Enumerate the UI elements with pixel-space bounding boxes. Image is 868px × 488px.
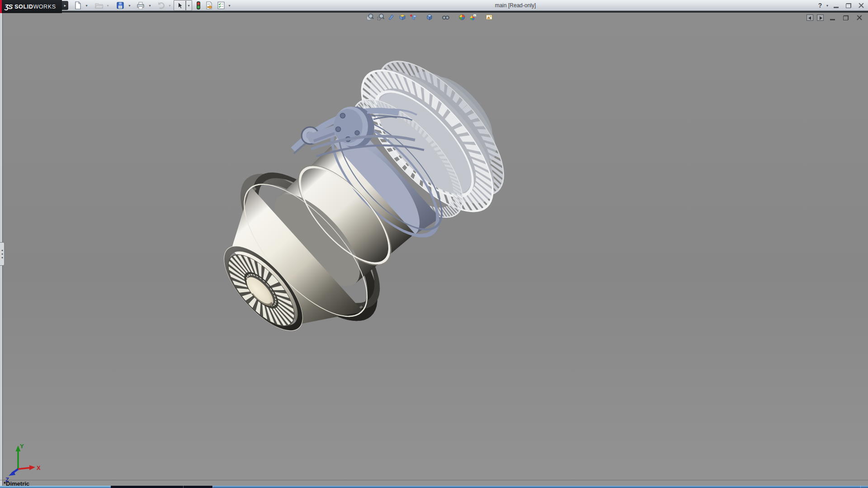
select-cursor-icon: [176, 1, 184, 9]
save-dropdown[interactable]: ▾: [127, 0, 132, 10]
print-icon: [136, 1, 145, 10]
logo-text-bold: SOLID: [14, 4, 33, 10]
save-button[interactable]: [115, 0, 125, 10]
open-folder-icon: [94, 1, 104, 10]
left-arrow-icon: ◂: [1, 256, 3, 259]
options-checklist-icon: [217, 1, 226, 10]
graphics-area[interactable]: Y X Z: [0, 13, 868, 487]
logo-red-accent: [0, 0, 2, 13]
taskbar-segment-dark[interactable]: [111, 486, 212, 488]
zoom-to-area-button[interactable]: [375, 13, 386, 22]
select-tool-button[interactable]: [175, 0, 185, 10]
taskbar-segment[interactable]: [0, 486, 111, 488]
minimize-button[interactable]: [831, 1, 841, 9]
hide-show-items-button[interactable]: [440, 13, 451, 22]
print-dropdown[interactable]: ▾: [147, 0, 152, 10]
apply-scene-button[interactable]: [467, 13, 478, 22]
restore-icon: [843, 15, 849, 20]
undo-button[interactable]: [156, 0, 166, 10]
left-arrow-icon: ◂: [1, 249, 3, 252]
section-view-icon: [387, 13, 396, 21]
solidworks-window: main [Read-only] ▾ ▾: [0, 0, 868, 488]
menu-flyout-arrow[interactable]: ▸: [62, 1, 68, 10]
headsup-separator: [435, 13, 440, 22]
model-canvas[interactable]: Y X Z: [0, 13, 868, 487]
feature-manager-expand-tab[interactable]: ◂ ◂ ◂: [0, 242, 5, 266]
help-icon: ?: [818, 2, 822, 9]
open-dropdown[interactable]: ▾: [105, 0, 110, 10]
hide-show-items-icon: [442, 13, 450, 21]
left-arrow-icon: ◂: [1, 252, 3, 256]
section-view-button[interactable]: [386, 13, 397, 22]
close-icon: [857, 15, 862, 20]
solidworks-logo: ƷS SOLID WORKS: [0, 0, 62, 13]
help-button[interactable]: ?: [815, 1, 825, 9]
close-icon: [859, 3, 864, 8]
document-window-controls: [807, 14, 864, 22]
view-settings-button[interactable]: [484, 13, 495, 22]
print-button[interactable]: [136, 0, 146, 10]
options-button[interactable]: [216, 0, 226, 10]
arrow-right-icon: [820, 16, 822, 20]
viewport-bottom-divider: [0, 480, 868, 480]
zoom-to-area-icon: [377, 13, 385, 21]
new-document-icon: [73, 1, 82, 10]
display-style-button[interactable]: [424, 13, 435, 22]
restore-icon: [846, 3, 851, 8]
new-dropdown[interactable]: ▾: [84, 0, 89, 10]
restore-button[interactable]: [844, 1, 854, 9]
view-settings-icon: [485, 13, 493, 21]
restore-document-button[interactable]: [841, 14, 851, 22]
arrow-left-icon: [808, 16, 811, 20]
minimize-document-button[interactable]: [827, 14, 837, 22]
traffic-light-icon: [194, 1, 203, 10]
x-axis-label: X: [37, 465, 41, 471]
minimize-icon: [830, 19, 835, 20]
taskbar-divider: [183, 486, 184, 488]
document-title: main [Read-only]: [495, 0, 536, 11]
undo-dropdown[interactable]: ▾: [167, 0, 172, 10]
undo-icon: [156, 1, 165, 10]
headsup-separator: [419, 13, 424, 22]
options-dropdown[interactable]: ▾: [227, 0, 232, 10]
help-dropdown[interactable]: ▾: [826, 4, 828, 8]
titlebar-border: [0, 11, 868, 13]
select-dropdown[interactable]: ▾: [186, 0, 191, 10]
orientation-triad[interactable]: Y X Z: [5, 443, 41, 483]
headsup-view-toolbar: [364, 13, 495, 22]
logo-text-light: WORKS: [33, 4, 56, 10]
apply-scene-icon: [469, 13, 477, 21]
view-orientation-button[interactable]: [397, 13, 408, 22]
open-button[interactable]: [94, 0, 104, 10]
close-button[interactable]: [856, 1, 866, 9]
previous-view-icon: [409, 13, 417, 21]
headsup-separator: [451, 13, 457, 22]
x-axis-arrow[interactable]: [29, 465, 35, 470]
headsup-separator: [478, 13, 484, 22]
previous-view-button[interactable]: [408, 13, 419, 22]
next-document-button[interactable]: [817, 14, 824, 21]
solidworks-mark-icon: ƷS: [5, 3, 12, 10]
taskbar-divider: [212, 486, 213, 488]
new-document-button[interactable]: [73, 0, 83, 10]
y-axis-label: Y: [20, 443, 24, 450]
model-jet-engine[interactable]: [188, 33, 534, 369]
minimize-icon: [834, 7, 839, 8]
close-document-button[interactable]: [854, 14, 864, 22]
file-properties-icon: [205, 1, 214, 10]
view-orientation-icon: [398, 13, 406, 21]
title-bar: main [Read-only] ▾ ▾: [0, 0, 868, 11]
taskbar-divider: [860, 486, 861, 488]
edit-appearance-button[interactable]: [457, 13, 467, 22]
windows-taskbar-sliver[interactable]: [0, 486, 868, 488]
previous-document-button[interactable]: [807, 14, 813, 21]
edit-appearance-icon: [458, 13, 466, 21]
zoom-to-fit-icon: [366, 13, 374, 21]
display-style-icon: [425, 13, 434, 21]
save-icon: [116, 1, 125, 10]
file-properties-button[interactable]: [204, 0, 214, 10]
zoom-to-fit-button[interactable]: [364, 13, 375, 22]
rebuild-button[interactable]: [193, 0, 203, 10]
window-controls: ? ▾: [815, 0, 866, 11]
